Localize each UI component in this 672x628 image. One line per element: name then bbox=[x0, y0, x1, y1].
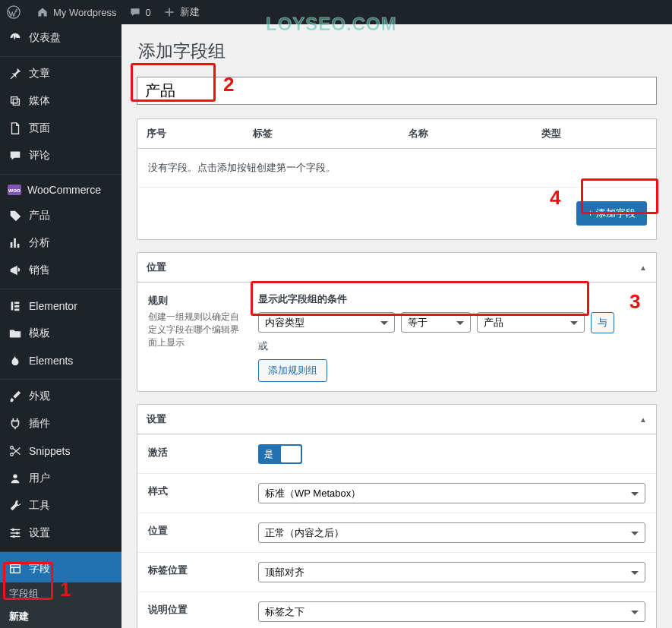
add-field-button[interactable]: + 添加字段 bbox=[576, 201, 647, 226]
scissors-icon bbox=[8, 443, 23, 459]
megaphone-icon bbox=[8, 263, 23, 278]
col-name: 名称 bbox=[409, 127, 541, 140]
position-select[interactable]: 正常（内容之后） bbox=[258, 522, 645, 543]
add-rule-group-button[interactable]: 添加规则组 bbox=[258, 359, 327, 382]
sidebar-item-elementor[interactable]: Elementor bbox=[0, 289, 121, 320]
sidebar-item-plugins[interactable]: 插件 bbox=[0, 410, 121, 437]
comment-icon bbox=[8, 148, 23, 163]
sidebar-item-snippets[interactable]: Snippets bbox=[0, 437, 121, 465]
plus-icon bbox=[162, 5, 177, 20]
submenu-field-groups[interactable]: 字段组 bbox=[0, 582, 121, 605]
content-area: 添加字段组 序号 标签 名称 类型 没有字段。点击添加按钮创建第一个字段。 + … bbox=[121, 24, 672, 628]
collapse-icon: ▲ bbox=[639, 264, 647, 272]
tag-icon bbox=[8, 208, 23, 223]
sliders-icon bbox=[8, 525, 23, 541]
svg-rect-7 bbox=[11, 565, 21, 573]
comments-link[interactable]: 0 bbox=[128, 5, 151, 20]
sidebar-item-products[interactable]: 产品 bbox=[0, 202, 121, 229]
chart-icon bbox=[8, 235, 23, 251]
rules-desc: 创建一组规则以确定自定义字段在哪个编辑界面上显示 bbox=[148, 311, 248, 349]
pin-icon bbox=[8, 66, 23, 81]
sidebar-item-users[interactable]: 用户 bbox=[0, 465, 121, 492]
col-order: 序号 bbox=[147, 127, 253, 140]
sidebar-item-appearance[interactable]: 外观 bbox=[0, 379, 121, 410]
location-heading[interactable]: 位置 ▲ bbox=[137, 253, 656, 282]
sidebar-item-woocommerce[interactable]: woo WooCommerce bbox=[0, 174, 121, 202]
rules-title: 规则 bbox=[148, 294, 248, 308]
sidebar-item-media[interactable]: 媒体 bbox=[0, 87, 121, 115]
collapse-icon: ▲ bbox=[639, 415, 647, 424]
woo-icon: woo bbox=[8, 185, 21, 195]
site-title: My Wordpress bbox=[53, 7, 117, 18]
sidebar-item-settings[interactable]: 设置 bbox=[0, 519, 121, 547]
fields-table-header: 序号 标签 名称 类型 bbox=[137, 119, 656, 149]
show-if-label: 显示此字段组的条件 bbox=[258, 292, 645, 306]
brush-icon bbox=[8, 389, 23, 404]
svg-point-1 bbox=[11, 447, 14, 450]
rule-operator-select[interactable]: 等于 bbox=[401, 312, 471, 333]
submenu-new[interactable]: 新建 bbox=[0, 605, 121, 628]
group-title-input[interactable] bbox=[137, 77, 657, 105]
style-label: 样式 bbox=[148, 484, 248, 498]
settings-panel: 设置 ▲ 激活 是 样式 标准（WP Metabox） 位置 正常（内容之后） bbox=[137, 404, 657, 628]
active-toggle[interactable]: 是 bbox=[258, 444, 302, 464]
site-name[interactable]: My Wordpress bbox=[35, 5, 117, 20]
admin-menu: 仪表盘 文章 媒体 页面 评论 woo WooCommerce 产品 分析 bbox=[0, 24, 121, 628]
rule-value-select[interactable]: 产品 bbox=[477, 312, 585, 333]
home-icon bbox=[35, 5, 50, 20]
user-icon bbox=[8, 471, 23, 486]
svg-point-4 bbox=[12, 529, 15, 532]
sidebar-item-comments[interactable]: 评论 bbox=[0, 142, 121, 169]
admin-bar: My Wordpress 0 新建 LOYSEO.COM bbox=[0, 0, 672, 24]
fields-panel: 序号 标签 名称 类型 没有字段。点击添加按钮创建第一个字段。 + 添加字段 bbox=[137, 118, 657, 240]
sidebar-item-marketing[interactable]: 销售 bbox=[0, 257, 121, 284]
settings-heading[interactable]: 设置 ▲ bbox=[137, 405, 656, 434]
sidebar-item-posts[interactable]: 文章 bbox=[0, 56, 121, 87]
style-select[interactable]: 标准（WP Metabox） bbox=[258, 483, 645, 503]
toggle-knob bbox=[281, 446, 301, 462]
rule-row: 内容类型 等于 产品 与 bbox=[258, 312, 645, 333]
labelpos-label: 标签位置 bbox=[148, 563, 248, 577]
svg-point-5 bbox=[16, 532, 19, 535]
col-type: 类型 bbox=[541, 127, 647, 140]
sidebar-item-pages[interactable]: 页面 bbox=[0, 115, 121, 142]
folder-icon bbox=[8, 326, 23, 341]
sidebar-item-fields[interactable]: 字段 bbox=[0, 551, 121, 582]
wp-logo[interactable] bbox=[6, 5, 24, 20]
sidebar-item-templates[interactable]: 模板 bbox=[0, 320, 121, 347]
fields-submenu: 字段组 新建 工具 bbox=[0, 582, 121, 628]
labelpos-select[interactable]: 顶部对齐 bbox=[258, 562, 645, 582]
location-panel: 位置 ▲ 规则 创建一组规则以确定自定义字段在哪个编辑界面上显示 显示此字段组的… bbox=[137, 252, 657, 392]
plug-icon bbox=[8, 416, 23, 431]
svg-point-2 bbox=[11, 453, 14, 456]
new-label: 新建 bbox=[180, 5, 200, 19]
sidebar-item-tools[interactable]: 工具 bbox=[0, 492, 121, 519]
position-label: 位置 bbox=[148, 524, 248, 538]
svg-point-3 bbox=[13, 475, 17, 478]
dashboard-icon bbox=[8, 30, 23, 46]
comment-icon bbox=[128, 5, 143, 20]
svg-point-6 bbox=[12, 535, 15, 538]
instrpos-select[interactable]: 标签之下 bbox=[258, 601, 645, 622]
rule-param-select[interactable]: 内容类型 bbox=[258, 312, 395, 333]
page-title: 添加字段组 bbox=[138, 39, 657, 63]
elementor-icon bbox=[8, 298, 23, 314]
col-label: 标签 bbox=[253, 127, 409, 140]
rule-or-label: 或 bbox=[258, 339, 645, 353]
sidebar-item-dashboard[interactable]: 仪表盘 bbox=[0, 24, 121, 52]
new-content[interactable]: 新建 bbox=[162, 5, 200, 20]
media-icon bbox=[8, 93, 23, 109]
page-icon bbox=[8, 121, 23, 136]
active-label: 激活 bbox=[148, 446, 248, 459]
flame-icon bbox=[8, 353, 23, 368]
sidebar-item-analytics[interactable]: 分析 bbox=[0, 229, 121, 257]
layout-icon bbox=[8, 561, 23, 576]
sidebar-item-elements[interactable]: Elements bbox=[0, 347, 121, 374]
rule-and-button[interactable]: 与 bbox=[591, 312, 614, 333]
wordpress-icon bbox=[6, 5, 21, 20]
wrench-icon bbox=[8, 498, 23, 513]
comments-count: 0 bbox=[146, 7, 151, 18]
instrpos-label: 说明位置 bbox=[148, 603, 248, 617]
empty-fields-message: 没有字段。点击添加按钮创建第一个字段。 bbox=[137, 149, 656, 188]
